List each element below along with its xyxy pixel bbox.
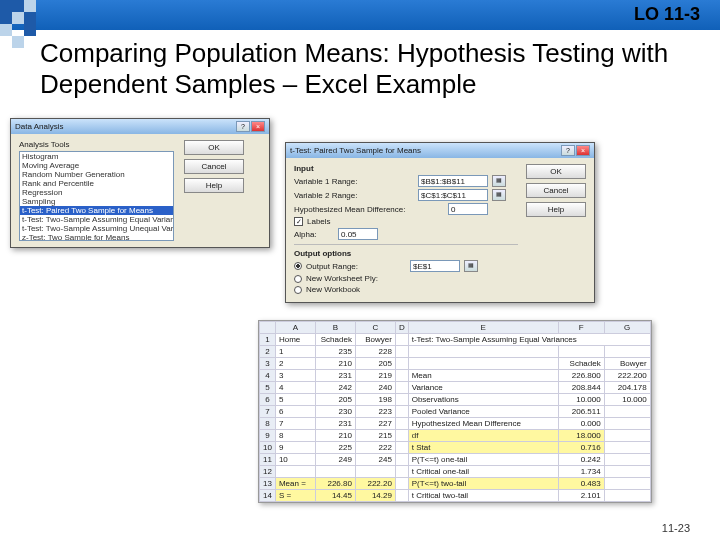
cell[interactable]: 249: [315, 454, 355, 466]
cell[interactable]: [395, 382, 408, 394]
cell[interactable]: 14.29: [355, 490, 395, 502]
cell[interactable]: 230: [315, 406, 355, 418]
cell[interactable]: 231: [315, 370, 355, 382]
help-icon[interactable]: ?: [236, 121, 250, 132]
cell[interactable]: [395, 358, 408, 370]
cell[interactable]: 10.000: [604, 394, 650, 406]
cell[interactable]: [395, 418, 408, 430]
cell[interactable]: 219: [355, 370, 395, 382]
cell[interactable]: Variance: [408, 382, 558, 394]
ok-button[interactable]: OK: [526, 164, 586, 179]
help-button[interactable]: Help: [184, 178, 244, 193]
cell[interactable]: 198: [355, 394, 395, 406]
analysis-tools-list[interactable]: HistogramMoving AverageRandom Number Gen…: [19, 151, 174, 241]
cell[interactable]: [315, 466, 355, 478]
cell[interactable]: [604, 466, 650, 478]
cell[interactable]: [604, 478, 650, 490]
cell[interactable]: [395, 406, 408, 418]
cell[interactable]: Schadek: [558, 358, 604, 370]
cell[interactable]: 242: [315, 382, 355, 394]
cell[interactable]: [395, 334, 408, 346]
cell[interactable]: Hypothesized Mean Difference: [408, 418, 558, 430]
cell[interactable]: [408, 358, 558, 370]
range-select-icon[interactable]: ▦: [492, 175, 506, 187]
cell[interactable]: Pooled Variance: [408, 406, 558, 418]
cell[interactable]: 235: [315, 346, 355, 358]
cell[interactable]: [395, 394, 408, 406]
cell[interactable]: 0.716: [558, 442, 604, 454]
cell[interactable]: 222.200: [604, 370, 650, 382]
help-icon[interactable]: ?: [561, 145, 575, 156]
cell[interactable]: [395, 454, 408, 466]
cell[interactable]: P(T<=t) one-tail: [408, 454, 558, 466]
cell[interactable]: [558, 346, 604, 358]
cell[interactable]: 18.000: [558, 430, 604, 442]
cell[interactable]: 205: [355, 358, 395, 370]
cancel-button[interactable]: Cancel: [184, 159, 244, 174]
cancel-button[interactable]: Cancel: [526, 183, 586, 198]
alpha-input[interactable]: 0.05: [338, 228, 378, 240]
list-item[interactable]: Regression: [20, 188, 173, 197]
range-select-icon[interactable]: ▦: [492, 189, 506, 201]
cell[interactable]: [395, 430, 408, 442]
cell[interactable]: [604, 346, 650, 358]
cell[interactable]: 240: [355, 382, 395, 394]
cell[interactable]: [395, 466, 408, 478]
out-range-input[interactable]: $E$1: [410, 260, 460, 272]
list-item[interactable]: Random Number Generation: [20, 170, 173, 179]
cell[interactable]: 227: [355, 418, 395, 430]
list-item[interactable]: Moving Average: [20, 161, 173, 170]
var2-input[interactable]: $C$1:$C$11: [418, 189, 488, 201]
cell[interactable]: 0.000: [558, 418, 604, 430]
list-item[interactable]: z-Test: Two Sample for Means: [20, 233, 173, 241]
cell[interactable]: [395, 442, 408, 454]
cell[interactable]: 225: [315, 442, 355, 454]
cell[interactable]: Observations: [408, 394, 558, 406]
cell[interactable]: 210: [315, 358, 355, 370]
cell[interactable]: 10: [275, 454, 315, 466]
cell[interactable]: [395, 478, 408, 490]
cell[interactable]: 9: [275, 442, 315, 454]
help-button[interactable]: Help: [526, 202, 586, 217]
cell[interactable]: [275, 466, 315, 478]
cell[interactable]: 228: [355, 346, 395, 358]
cell[interactable]: 222: [355, 442, 395, 454]
cell[interactable]: 222.20: [355, 478, 395, 490]
cell[interactable]: 1.734: [558, 466, 604, 478]
close-icon[interactable]: ×: [576, 145, 590, 156]
var1-input[interactable]: $B$1:$B$11: [418, 175, 488, 187]
cell[interactable]: [395, 346, 408, 358]
cell[interactable]: [355, 466, 395, 478]
cell[interactable]: 2.101: [558, 490, 604, 502]
cell[interactable]: 2: [275, 358, 315, 370]
cell[interactable]: 208.844: [558, 382, 604, 394]
cell[interactable]: [604, 406, 650, 418]
radio-output-range[interactable]: [294, 262, 302, 270]
cell[interactable]: [604, 442, 650, 454]
cell[interactable]: 205: [315, 394, 355, 406]
list-item[interactable]: Sampling: [20, 197, 173, 206]
cell[interactable]: t-Test: Two-Sample Assuming Equal Varian…: [408, 334, 650, 346]
close-icon[interactable]: ×: [251, 121, 265, 132]
hmd-input[interactable]: 0: [448, 203, 488, 215]
cell[interactable]: Home: [275, 334, 315, 346]
cell[interactable]: 14.45: [315, 490, 355, 502]
cell[interactable]: [604, 418, 650, 430]
cell[interactable]: 231: [315, 418, 355, 430]
cell[interactable]: 0.242: [558, 454, 604, 466]
cell[interactable]: [395, 490, 408, 502]
cell[interactable]: 226.80: [315, 478, 355, 490]
list-item[interactable]: t-Test: Two-Sample Assuming Equal Varian…: [20, 215, 173, 224]
cell[interactable]: 3: [275, 370, 315, 382]
cell[interactable]: [408, 346, 558, 358]
cell[interactable]: Mean =: [275, 478, 315, 490]
cell[interactable]: t Critical two-tail: [408, 490, 558, 502]
cell[interactable]: 5: [275, 394, 315, 406]
ok-button[interactable]: OK: [184, 140, 244, 155]
cell[interactable]: 226.800: [558, 370, 604, 382]
radio-new-ply[interactable]: [294, 275, 302, 283]
list-item[interactable]: Histogram: [20, 152, 173, 161]
cell[interactable]: Mean: [408, 370, 558, 382]
cell[interactable]: Bowyer: [355, 334, 395, 346]
cell[interactable]: S =: [275, 490, 315, 502]
